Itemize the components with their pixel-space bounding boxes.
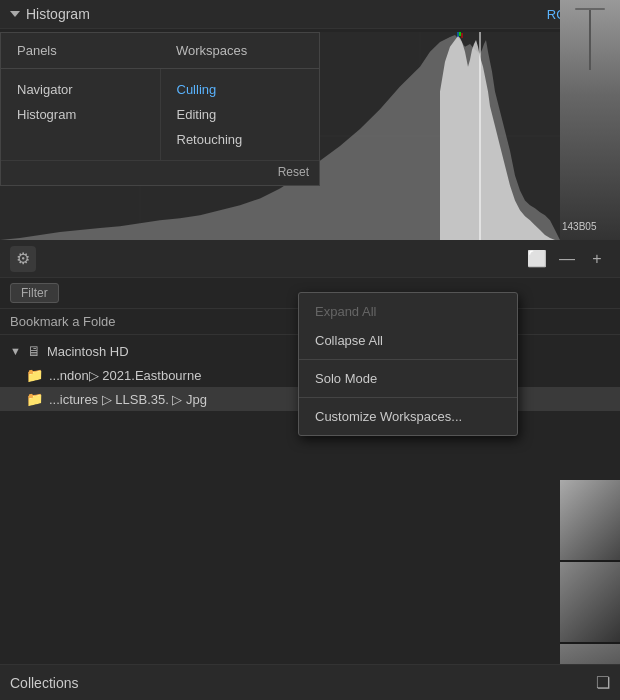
pw-header: Panels Workspaces	[1, 33, 319, 69]
photo-cell-1[interactable]	[560, 480, 620, 560]
gear-icon: ⚙	[16, 249, 30, 268]
collections-icon[interactable]: ❏	[596, 673, 610, 692]
workspace-item-retouching[interactable]: Retouching	[173, 127, 308, 152]
plus-icon[interactable]: +	[584, 246, 610, 272]
reset-button[interactable]: Reset	[278, 165, 309, 179]
histogram-header: Histogram RGB ▾	[0, 0, 620, 29]
ctx-separator-1	[299, 359, 517, 360]
filter-badge[interactable]: Filter	[10, 283, 59, 303]
folder-icon: 🖥	[27, 343, 41, 359]
pw-panels-list: Navigator Histogram	[1, 69, 161, 160]
toolbar-icons: ⬜ — +	[524, 246, 610, 272]
histogram-title: Histogram	[10, 6, 547, 22]
toolbar-row: ⚙ ⬜ — +	[0, 240, 620, 278]
panels-workspaces-menu: Panels Workspaces Navigator Histogram Cu…	[0, 32, 320, 186]
folder-icon-1: 📁	[26, 367, 43, 383]
workspaces-tab[interactable]: Workspaces	[160, 33, 319, 68]
panel-item-navigator[interactable]: Navigator	[13, 77, 148, 102]
ctx-separator-2	[299, 397, 517, 398]
photo-label: 143B05	[562, 221, 596, 232]
collections-label: Collections	[10, 675, 596, 691]
collapse-icon[interactable]	[10, 11, 20, 17]
pw-workspaces-list: Culling Editing Retouching	[161, 69, 320, 160]
ctx-collapse-all[interactable]: Collapse All	[299, 326, 517, 355]
pw-content: Navigator Histogram Culling Editing Reto…	[1, 69, 319, 160]
pw-reset-bar: Reset	[1, 160, 319, 185]
workspace-item-editing[interactable]: Editing	[173, 102, 308, 127]
panel-item-histogram[interactable]: Histogram	[13, 102, 148, 127]
minus-icon[interactable]: —	[554, 246, 580, 272]
panels-tab[interactable]: Panels	[1, 33, 160, 68]
folder-root-name: Macintosh HD	[47, 344, 129, 359]
folder-icon-2: 📁	[26, 391, 43, 407]
photo-thumbnail-top-right: 143B05	[560, 0, 620, 240]
gear-button[interactable]: ⚙	[10, 246, 36, 272]
folder-name-1: ...ndon▷ 2021.Eastbourne	[49, 368, 201, 383]
folder-name-2: ...ictures ▷ LLSB.35. ▷ Jpg	[49, 392, 207, 407]
collections-row: Collections ❏	[0, 664, 620, 700]
photo-cell-2[interactable]	[560, 562, 620, 642]
ctx-customize-workspaces[interactable]: Customize Workspaces...	[299, 402, 517, 431]
workspace-item-culling[interactable]: Culling	[173, 77, 308, 102]
histogram-label: Histogram	[26, 6, 90, 22]
bookmark-label: Bookmark a Folde	[10, 314, 116, 329]
folder-arrow-icon: ▼	[10, 345, 21, 357]
context-menu: Expand All Collapse All Solo Mode Custom…	[298, 292, 518, 436]
ctx-expand-all: Expand All	[299, 297, 517, 326]
ctx-solo-mode[interactable]: Solo Mode	[299, 364, 517, 393]
view-icon[interactable]: ⬜	[524, 246, 550, 272]
